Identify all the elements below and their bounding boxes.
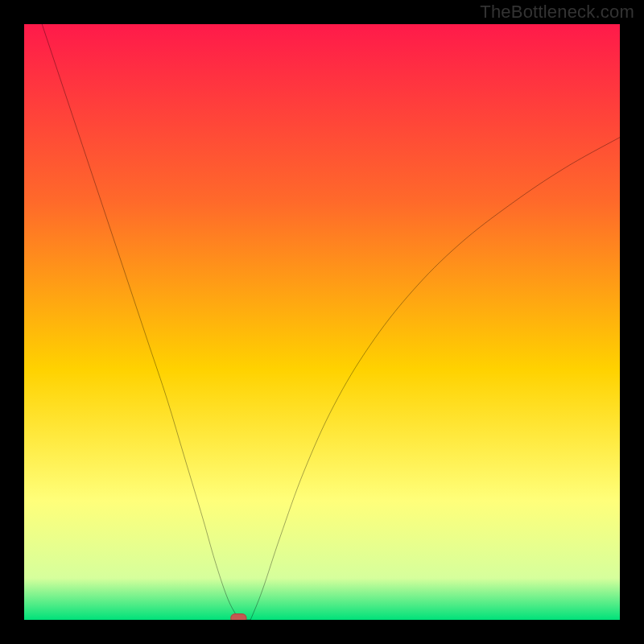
optimum-marker	[231, 614, 246, 620]
bottleneck-chart	[24, 24, 620, 620]
plot-background	[24, 24, 620, 620]
watermark-text: TheBottleneck.com	[480, 2, 634, 23]
chart-frame: TheBottleneck.com	[0, 0, 644, 644]
